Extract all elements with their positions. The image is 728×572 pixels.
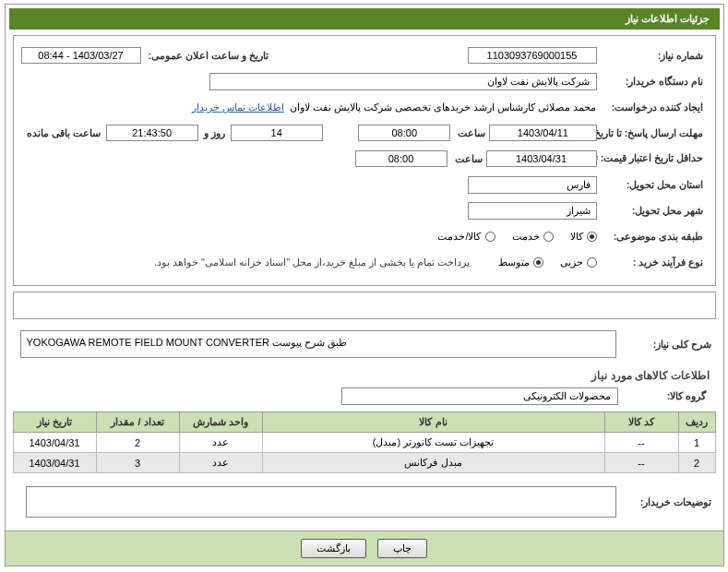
need-number-value: 1103093769000155 [468,47,597,64]
table-cell-qty: 2 [96,433,179,453]
goods-info-title: اطلاعات کالاهای مورد نیاز [6,369,710,382]
goods-table: ردیف کد کالا نام کالا واحد شمارش تعداد /… [13,411,716,473]
table-row: 2--مبدل فرکانسعدد31403/04/31 [13,453,715,473]
buyer-org-label: نام دستگاه خریدار: [597,76,708,88]
city-value: شیراز [468,202,597,220]
th-unit: واحد شمارش [179,412,262,433]
response-deadline-label: مهلت ارسال پاسخ: تا تاریخ: [597,127,708,139]
requester-value: محمد مصلائی کارشناس ارشد خریدهای تخصصی ش… [290,101,597,113]
remaining-label: ساعت باقی مانده [21,127,106,139]
th-row: ردیف [678,412,715,433]
table-cell-qty: 3 [96,453,179,473]
th-code: کد کالا [604,412,678,433]
table-cell-name: تجهیزات تست کانورتر (مبدل) [262,433,604,453]
radio-service-label: خدمت [512,231,540,243]
table-cell-row: 2 [678,453,715,473]
min-validity-label: حداقل تاریخ اعتبار قیمت: تا تاریخ: [597,152,708,164]
hour-label-1: ساعت [450,127,489,139]
announce-datetime-value: 1403/03/27 - 08:44 [21,47,141,64]
page-title: جزئیات اطلاعات نیاز [9,8,720,30]
category-radio-group: کالا خدمت کالا/خدمت [437,231,596,243]
radio-medium[interactable] [533,257,543,268]
response-time-value: 08:00 [358,125,450,141]
goods-group-value: محصولات الکترونیکی [341,387,618,405]
goods-group-label: گروه کالا: [618,390,710,402]
countdown-value: 21:43:50 [106,125,198,141]
city-label: شهر محل تحویل: [597,205,708,217]
buyer-org-value: شرکت پالایش نفت لاوان [209,73,597,90]
table-cell-row: 1 [678,433,715,453]
th-name: نام کالا [262,412,604,433]
radio-partial-label: جزیی [560,256,583,268]
general-desc-value: YOKOGAWA REMOTE FIELD MOUNT CONVERTER طب… [20,330,616,358]
days-left-value: 14 [231,125,323,141]
table-cell-code: -- [604,433,678,453]
process-note: پرداخت تمام یا بخشی از مبلغ خرید،از محل … [21,256,471,268]
table-cell-date: 1403/04/31 [13,453,96,473]
back-button[interactable]: بازگشت [301,539,366,558]
validity-time-value: 08:00 [355,150,448,167]
province-label: استان محل تحویل: [597,179,708,191]
process-type-label: نوع فرآیند خرید : [597,256,708,268]
radio-service[interactable] [543,232,554,242]
province-value: فارس [468,176,597,194]
table-cell-name: مبدل فرکانس [262,453,604,473]
general-desc-label: شرح کلی نیاز: [624,339,716,351]
separator-section [13,292,716,319]
response-date-value: 1403/04/11 [489,125,596,141]
radio-goods-label: کالا [570,231,583,243]
contact-buyer-link[interactable]: اطلاعات تماس خریدار [192,101,284,113]
radio-partial[interactable] [587,257,597,268]
need-number-label: شماره نیاز: [597,50,708,62]
process-radio-group: جزیی متوسط [498,256,597,268]
days-and-label: روز و [198,127,231,139]
radio-both-label: کالا/خدمت [437,231,481,243]
table-cell-unit: عدد [179,453,262,473]
requester-label: ایجاد کننده درخواست: [597,101,708,113]
radio-medium-label: متوسط [498,256,530,268]
th-date: تاریخ نیاز [13,412,96,433]
buyer-notes-value [26,486,616,518]
radio-goods[interactable] [587,232,597,242]
hour-label-2: ساعت [448,153,486,165]
main-info-section: شماره نیاز: 1103093769000155 تاریخ و ساع… [13,35,716,286]
category-label: طبقه بندی موضوعی: [597,231,708,243]
print-button[interactable]: چاپ [377,539,427,558]
footer-bar: چاپ بازگشت [6,530,723,566]
radio-both[interactable] [485,232,495,242]
validity-date-value: 1403/04/31 [486,150,597,167]
announce-datetime-label: تاریخ و ساعت اعلان عمومی: [141,50,273,62]
table-cell-unit: عدد [179,433,262,453]
table-cell-code: -- [604,453,678,473]
buyer-notes-label: توضیحات خریدار: [624,496,716,508]
table-cell-date: 1403/04/31 [13,433,96,453]
th-qty: تعداد / مقدار [96,412,179,433]
table-row: 1--تجهیزات تست کانورتر (مبدل)عدد21403/04… [13,433,715,453]
